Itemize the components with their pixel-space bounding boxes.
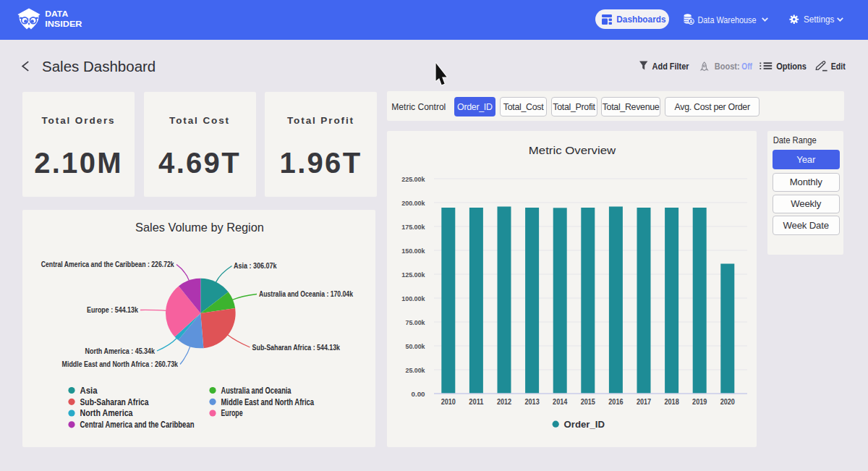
svg-text:Add Filter: Add Filter xyxy=(652,61,689,72)
svg-text:Off: Off xyxy=(741,61,752,72)
svg-text:Edit: Edit xyxy=(831,61,846,72)
svg-text:Boost:: Boost: xyxy=(715,61,740,72)
svg-text:Options: Options xyxy=(776,61,807,72)
